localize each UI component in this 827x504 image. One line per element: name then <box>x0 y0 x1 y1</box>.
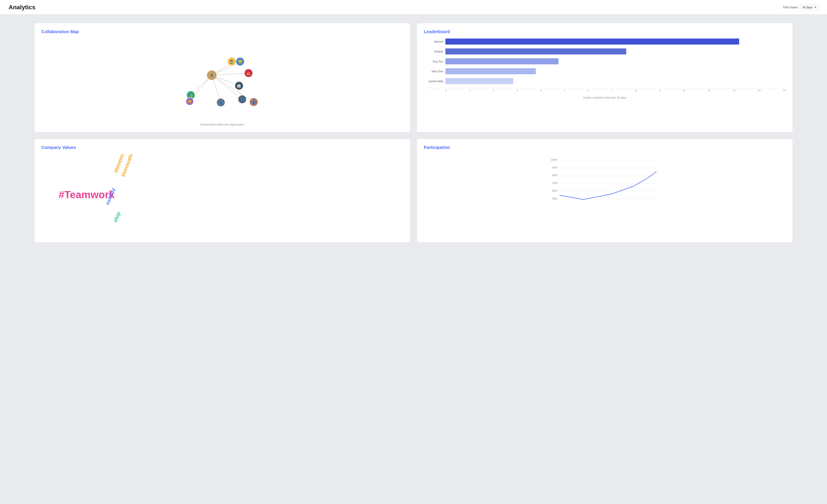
bar-fill <box>445 48 626 54</box>
axis-ticks: 0 1 2 3 4 5 6 7 8 9 10 11 12 13 14 <box>426 89 786 92</box>
y-label: 80% <box>552 174 557 177</box>
y-label: 60% <box>552 189 557 192</box>
tick: 0 <box>445 89 447 92</box>
participation-title: Participation <box>424 145 786 150</box>
collaboration-map-visual: 👤 🧙 😀 🦊 👔 👤 <box>41 39 403 120</box>
bar-track <box>445 68 786 74</box>
collaboration-map-svg: 👤 🧙 😀 🦊 👔 👤 <box>41 39 403 120</box>
bar-label: John Doe <box>426 70 443 73</box>
tick: 2 <box>493 89 494 92</box>
y-label: 70% <box>552 182 557 185</box>
bar-row-shahar: Shahar <box>426 48 786 54</box>
tick: 4 <box>540 89 542 92</box>
svg-text:👔: 👔 <box>237 84 241 88</box>
axis-line <box>426 88 786 88</box>
bar-row-guygur: Guy Gur <box>426 58 786 64</box>
bar-track <box>445 39 786 45</box>
cards-grid: Collaboration Map 👤 <box>35 23 792 242</box>
tick: 14 <box>783 89 786 92</box>
tick: 11 <box>708 89 711 92</box>
bar-row-johndoe: John Doe <box>426 68 786 74</box>
svg-text:👤: 👤 <box>252 101 256 104</box>
bar-label: Nimrod <box>426 40 443 43</box>
value-tag-leadership: #hip <box>112 211 122 223</box>
bar-label: Ayelet Sella <box>426 79 443 83</box>
tick: 9 <box>659 89 660 92</box>
tick: 6 <box>588 89 589 92</box>
tick: 1 <box>469 89 470 92</box>
svg-text:🧙: 🧙 <box>230 60 234 64</box>
svg-text:👤: 👤 <box>240 98 244 101</box>
values-word-cloud: #Teamwork #Innovation #sibility #hip #In… <box>41 154 403 236</box>
svg-text:🦊: 🦊 <box>246 71 251 75</box>
bar-fill <box>445 78 513 84</box>
collaboration-map-footer: Connections within the organization <box>41 123 403 126</box>
svg-text:😀: 😀 <box>238 60 242 64</box>
participation-svg: 100% 90% 80% 70% 60% 50% <box>424 154 786 236</box>
collaboration-map-card: Collaboration Map 👤 <box>35 23 410 132</box>
bar-row-nimrod: Nimrod <box>426 39 786 45</box>
bar-label: Shahar <box>426 50 443 53</box>
leaderboard-footer: DeeDz received in the last 30 days <box>424 96 786 99</box>
edge <box>212 75 254 102</box>
header: Analytics Time frame 7 days 30 days 90 d… <box>0 0 827 15</box>
page-title: Analytics <box>9 4 36 11</box>
tick: 10 <box>683 89 685 92</box>
bar-fill <box>445 68 536 74</box>
value-tag-teamwork: #Teamwork <box>59 189 115 201</box>
bar-track <box>445 58 786 64</box>
company-values-title: Company Values <box>41 145 403 150</box>
svg-text:🐱: 🐱 <box>188 100 192 104</box>
timeframe-container: Time frame 7 days 30 days 90 days 1 year <box>783 4 818 10</box>
tick: 5 <box>564 89 565 92</box>
leaderboard-title: Leaderboard <box>424 29 786 34</box>
y-label: 100% <box>551 158 557 161</box>
leaderboard-chart: Nimrod Shahar Guy Gur <box>424 39 786 92</box>
y-label: 50% <box>552 197 557 200</box>
tick: 7 <box>612 89 613 92</box>
collaboration-map-title: Collaboration Map <box>41 29 403 34</box>
company-values-card: Company Values #Teamwork #Innovation #si… <box>35 139 410 242</box>
bar-fill <box>445 39 739 45</box>
timeframe-label: Time frame <box>783 6 798 9</box>
edge <box>212 73 248 75</box>
bar-label: Guy Gur <box>426 60 443 63</box>
participation-chart: 100% 90% 80% 70% 60% 50% <box>424 154 786 236</box>
bar-track <box>445 48 786 54</box>
svg-text:👤: 👤 <box>219 101 223 105</box>
bar-fill <box>445 58 558 64</box>
svg-text:👤: 👤 <box>210 74 213 77</box>
bar-row-ayeletsella: Ayelet Sella <box>426 78 786 84</box>
leaderboard-card: Leaderboard Nimrod Shahar Guy Gur <box>417 23 792 132</box>
timeframe-select[interactable]: 7 days 30 days 90 days 1 year <box>800 4 818 10</box>
bar-track <box>445 78 786 84</box>
main-content: Collaboration Map 👤 <box>0 15 827 251</box>
tick: 3 <box>517 89 518 92</box>
tick: 8 <box>635 89 637 92</box>
tick: 13 <box>758 89 761 92</box>
participation-card: Participation 100% 90% 80% 70% 60% 50% <box>417 139 792 242</box>
svg-text:🎭: 🎭 <box>189 93 193 97</box>
y-label: 90% <box>552 166 557 169</box>
tick: 12 <box>733 89 735 92</box>
